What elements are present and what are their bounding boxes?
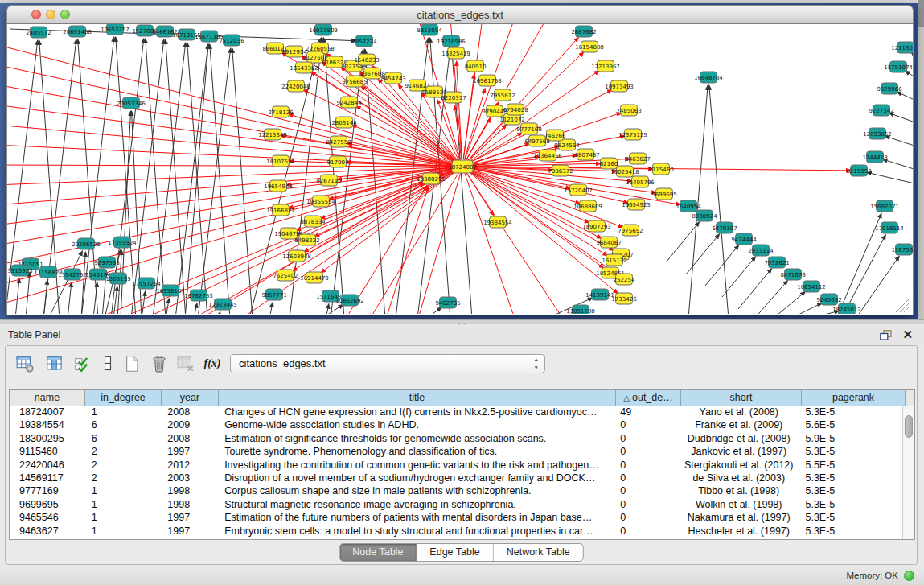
network-edge[interactable] xyxy=(722,257,756,297)
network-window-titlebar[interactable]: citations_edges.txt xyxy=(6,5,914,24)
network-edge[interactable] xyxy=(426,307,441,314)
network-edge[interactable] xyxy=(885,136,913,148)
table-row[interactable]: 977716911998Corpus callosum shape and si… xyxy=(10,484,902,497)
table-settings-button[interactable] xyxy=(14,353,36,374)
column-header-year[interactable]: year xyxy=(162,390,219,406)
delete-table-button[interactable] xyxy=(175,353,197,374)
network-edge[interactable] xyxy=(7,84,455,165)
table-cell[interactable]: Jankovic et al. (1997) xyxy=(679,445,799,458)
column-header-out_de[interactable]: △out_de… xyxy=(616,390,681,406)
resize-grip-icon[interactable] xyxy=(900,303,909,312)
network-edge[interactable] xyxy=(468,125,507,162)
table-cell[interactable]: 2 xyxy=(85,459,162,472)
network-edge[interactable] xyxy=(7,167,455,205)
network-edge[interactable] xyxy=(469,133,522,163)
table-cell[interactable]: 22420046 xyxy=(10,459,85,472)
table-cell[interactable]: 5.3E-5 xyxy=(799,484,902,497)
table-cell[interactable]: 5.5E-5 xyxy=(799,459,902,472)
row-height-button[interactable] xyxy=(97,353,119,374)
network-edge[interactable] xyxy=(81,252,85,314)
network-edge[interactable] xyxy=(166,299,169,314)
table-row[interactable]: 969969511998Structural magnetic resonanc… xyxy=(10,498,902,511)
close-panel-icon[interactable]: ✕ xyxy=(902,328,913,342)
table-cell[interactable]: Estimation of the future numbers of pati… xyxy=(218,511,614,524)
table-cell[interactable]: 9777169 xyxy=(10,484,85,497)
scrollbar-thumb[interactable] xyxy=(905,415,913,438)
network-edge[interactable] xyxy=(218,311,220,314)
network-edge[interactable] xyxy=(463,74,474,159)
table-row[interactable]: 2242004622012Investigating the contribut… xyxy=(10,459,902,472)
network-edge[interactable] xyxy=(709,85,729,314)
table-cell[interactable]: 1 xyxy=(85,406,162,418)
vertical-scrollbar[interactable] xyxy=(902,406,914,539)
new-table-button[interactable] xyxy=(121,353,143,374)
table-cell[interactable]: Changes of HCN gene expression and I(f) … xyxy=(218,406,614,418)
table-cell[interactable]: 0 xyxy=(614,472,679,484)
network-edge[interactable] xyxy=(326,304,329,314)
network-edge[interactable] xyxy=(905,71,913,81)
table-cell[interactable]: 5.3E-5 xyxy=(799,472,902,484)
table-cell[interactable]: 1998 xyxy=(161,498,218,511)
table-cell[interactable]: 2008 xyxy=(161,406,218,418)
table-cell[interactable]: 0 xyxy=(614,511,679,524)
table-cell[interactable]: Dudbridge et al. (2008) xyxy=(679,432,799,445)
table-cell[interactable]: 2009 xyxy=(161,418,218,431)
table-cell[interactable]: Nakamura et al. (1997) xyxy=(679,511,799,524)
table-cell[interactable]: Yano et al. (2008) xyxy=(679,406,799,418)
table-cell[interactable]: 5.3E-5 xyxy=(799,498,902,511)
table-cell[interactable]: 5.6E-5 xyxy=(799,418,902,431)
table-cell[interactable]: 0 xyxy=(614,498,679,511)
network-edge[interactable] xyxy=(142,291,146,314)
column-header-pagerank[interactable]: pagerank xyxy=(802,390,906,406)
table-cell[interactable]: 0 xyxy=(614,445,679,458)
table-cell[interactable]: 1 xyxy=(85,525,162,538)
network-edge[interactable] xyxy=(897,92,913,103)
table-cell[interactable]: 9463627 xyxy=(10,525,85,538)
network-edge[interactable] xyxy=(48,251,82,314)
table-cell[interactable]: 1997 xyxy=(161,525,218,538)
network-edge[interactable] xyxy=(688,85,708,314)
column-header-title[interactable]: title xyxy=(219,390,616,406)
table-cell[interactable]: Structural magnetic resonance image aver… xyxy=(218,498,614,511)
network-edge[interactable] xyxy=(705,245,739,286)
network-edge[interactable] xyxy=(791,303,822,314)
network-edge[interactable] xyxy=(166,39,186,314)
network-edge[interactable] xyxy=(889,113,913,125)
table-cell[interactable]: 1997 xyxy=(161,511,218,524)
table-cell[interactable]: Disruption of a novel member of a sodium… xyxy=(218,472,614,484)
table-cell[interactable]: 18300295 xyxy=(10,432,85,445)
table-row[interactable]: 1872400712008Changes of HCN gene express… xyxy=(10,406,902,418)
table-cell[interactable]: 19384554 xyxy=(10,418,85,431)
table-cell[interactable]: Genome-wide association studies in ADHD. xyxy=(218,418,614,431)
network-edge[interactable] xyxy=(15,278,19,314)
network-edge[interactable] xyxy=(452,49,472,314)
column-header-name[interactable]: name xyxy=(10,390,85,406)
table-cell[interactable]: 5.3E-5 xyxy=(799,511,902,524)
table-cell[interactable]: 9115460 xyxy=(10,445,85,458)
network-edge[interactable] xyxy=(856,256,899,314)
network-edge[interactable] xyxy=(146,39,166,314)
column-check-button[interactable] xyxy=(72,353,94,374)
network-edge[interactable] xyxy=(68,282,72,314)
table-cell[interactable]: 5.9E-5 xyxy=(799,432,902,445)
resize-grip-icon[interactable] xyxy=(904,307,909,312)
network-edge[interactable] xyxy=(754,281,787,314)
network-edge[interactable] xyxy=(194,303,197,314)
table-cell[interactable]: 2 xyxy=(85,472,162,484)
table-cell[interactable]: 0 xyxy=(614,418,679,431)
network-edge[interactable] xyxy=(867,172,913,185)
network-edge[interactable] xyxy=(289,114,456,165)
table-cell[interactable]: Tourette syndrome. Phenomenology and cla… xyxy=(218,445,614,458)
table-cell[interactable]: 1 xyxy=(85,511,162,524)
table-cell[interactable]: Franke et al. (2009) xyxy=(679,418,799,431)
network-edge[interactable] xyxy=(7,167,455,225)
table-cell[interactable]: 2008 xyxy=(161,432,218,445)
table-cell[interactable]: Investigating the contribution of common… xyxy=(218,459,614,472)
network-edge[interactable] xyxy=(210,44,230,314)
table-cell[interactable]: 2012 xyxy=(161,459,218,472)
table-row[interactable]: 1938455462009Genome-wide association stu… xyxy=(10,418,902,431)
network-edge[interactable] xyxy=(7,169,455,306)
table-cell[interactable]: 49 xyxy=(614,406,679,418)
network-edge[interactable] xyxy=(26,272,30,314)
table-source-combobox[interactable]: citations_edges.txt ▲▼ xyxy=(230,354,545,373)
